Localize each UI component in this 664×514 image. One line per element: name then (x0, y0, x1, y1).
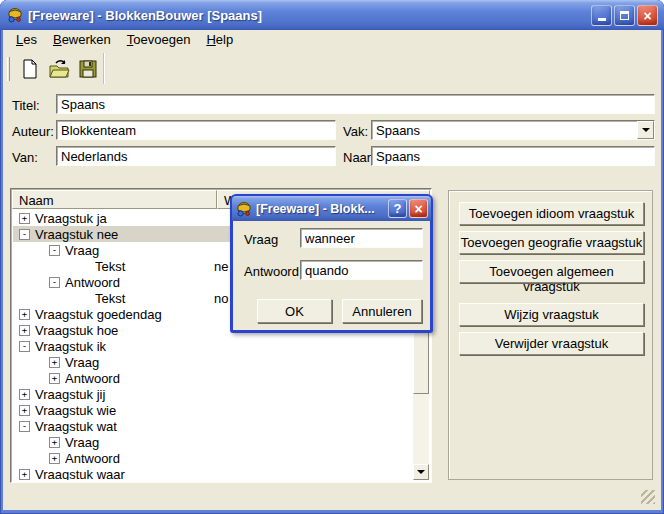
vak-combobox[interactable]: Spaans (371, 120, 655, 140)
tree-item-label: Vraagstuk wat (35, 419, 117, 434)
ok-button[interactable]: OK (257, 299, 332, 323)
expand-icon[interactable]: + (49, 357, 60, 368)
toevoegen-geografie-vraagstuk-button[interactable]: Toevoegen geografie vraagstuk (459, 231, 644, 254)
resize-grip[interactable] (641, 490, 655, 504)
naar-input[interactable] (371, 146, 655, 166)
toevoegen-idioom-vraagstuk-button[interactable]: Toevoegen idioom vraagstuk (459, 202, 644, 225)
tree-item-label: Vraagstuk ik (35, 339, 106, 354)
tree-item-label: Antwoord (65, 451, 120, 466)
window-title: [Freeware] - BlokkenBouwer [Spaans] (28, 8, 262, 23)
auteur-label: Auteur: (12, 124, 54, 139)
menu-item-toevoegen[interactable]: Toevoegen (119, 30, 199, 50)
dialog-help-button[interactable]: ? (388, 199, 407, 218)
expand-icon[interactable]: + (49, 453, 60, 464)
dialog-title-bar: [Freeware] - Blokk... ? × (232, 196, 431, 221)
toggle-spacer (79, 261, 90, 272)
minimize-icon (598, 18, 606, 21)
new-document-icon (19, 58, 41, 80)
expand-icon[interactable]: + (19, 309, 30, 320)
van-input[interactable] (56, 146, 336, 166)
dialog-app-icon (236, 201, 252, 217)
scroll-down-button[interactable] (413, 464, 429, 480)
close-icon: × (643, 9, 651, 23)
help-icon: ? (394, 202, 402, 215)
tree-row[interactable]: -Vraagstuk ik (13, 338, 413, 354)
tree-row[interactable]: +Vraag (13, 354, 413, 370)
verwijder-vraagstuk-button[interactable]: Verwijder vraagstuk (459, 332, 644, 355)
collapse-icon[interactable]: - (49, 245, 60, 256)
cancel-button[interactable]: Annuleren (342, 299, 422, 323)
expand-icon[interactable]: + (49, 373, 60, 384)
dialog-close-button[interactable]: × (409, 199, 428, 218)
window-controls: × (591, 5, 658, 26)
expand-icon[interactable]: + (19, 405, 30, 416)
auteur-input[interactable] (56, 120, 336, 140)
tree-row[interactable]: +Vraagstuk wie (13, 402, 413, 418)
tree-item-label: Vraagstuk goedendag (35, 307, 162, 322)
expand-icon[interactable]: + (19, 213, 30, 224)
toolbar-gripper[interactable] (7, 57, 10, 81)
tree-item-label: Vraagstuk wie (35, 403, 116, 418)
menu-item-help[interactable]: Help (198, 30, 241, 50)
collapse-icon[interactable]: - (19, 229, 30, 240)
tree-row[interactable]: +Antwoord (13, 450, 413, 466)
dialog-title: [Freeware] - Blokk... (256, 202, 375, 216)
tree-item-label: Vraag (65, 355, 99, 370)
tree-item-label: Tekst (95, 291, 125, 306)
vraag-input[interactable] (300, 228, 423, 248)
open-file-button[interactable] (44, 54, 73, 83)
actions-groupbox: Toevoegen idioom vraagstukToevoegen geog… (448, 190, 653, 480)
titel-input[interactable] (56, 94, 655, 114)
menu-item-bewerken[interactable]: Bewerken (45, 30, 119, 50)
toggle-spacer (79, 293, 90, 304)
tree-row[interactable]: -Vraagstuk wat (13, 418, 413, 434)
new-document-button[interactable] (15, 54, 44, 83)
collapse-icon[interactable]: - (19, 341, 30, 352)
tree-item-label: Antwoord (65, 275, 120, 290)
tree-item-label: Vraagstuk hoe (35, 323, 118, 338)
tree-row[interactable]: +Vraagstuk jij (13, 386, 413, 402)
close-button[interactable]: × (637, 5, 658, 26)
tree-item-label: Antwoord (65, 371, 120, 386)
dialog-body: Vraag Antwoord OK Annuleren (233, 221, 430, 329)
vak-dropdown-button[interactable] (637, 121, 654, 139)
app-window: [Freeware] - BlokkenBouwer [Spaans] × Le… (0, 0, 664, 514)
app-icon (7, 7, 23, 23)
tree-item-value: no (214, 291, 228, 306)
tree-item-label: Vraagstuk waar (35, 467, 125, 481)
tree-row[interactable]: +Antwoord (13, 370, 413, 386)
edit-question-dialog: [Freeware] - Blokk... ? × Vraag Antwoord… (230, 194, 433, 333)
title-bar: [Freeware] - BlokkenBouwer [Spaans] × (0, 0, 664, 30)
maximize-button[interactable] (614, 5, 635, 26)
tree-item-label: Vraagstuk jij (35, 387, 105, 402)
tree-item-label: Vraagstuk nee (35, 227, 118, 242)
dialog-close-icon: × (414, 202, 422, 216)
dialog-controls: ? × (388, 199, 428, 218)
tree-column-naam[interactable]: Naam (12, 190, 217, 209)
vak-label: Vak: (343, 124, 368, 139)
vak-combobox-value: Spaans (372, 121, 637, 139)
minimize-button[interactable] (591, 5, 612, 26)
vraag-label: Vraag (244, 232, 278, 247)
expand-icon[interactable]: + (19, 389, 30, 400)
tree-row[interactable]: +Vraagstuk waar (13, 466, 413, 480)
collapse-icon[interactable]: - (19, 421, 30, 432)
save-file-button[interactable] (73, 54, 102, 83)
tree-row[interactable]: +Vraag (13, 434, 413, 450)
expand-icon[interactable]: + (19, 469, 30, 480)
tree-item-label: Vraag (65, 243, 99, 258)
expand-icon[interactable]: + (19, 325, 30, 336)
tree-item-label: Vraag (65, 435, 99, 450)
expand-icon[interactable]: + (49, 437, 60, 448)
triangle-down-icon (417, 470, 425, 474)
van-label: Van: (12, 150, 38, 165)
tree-item-value: ne (214, 259, 228, 274)
antwoord-input[interactable] (300, 260, 423, 280)
toevoegen-algemeen-vraagstuk-button[interactable]: Toevoegen algemeen vraagstuk (459, 260, 644, 283)
collapse-icon[interactable]: - (49, 277, 60, 288)
toolbar (3, 50, 661, 87)
wijzig-vraagstuk-button[interactable]: Wijzig vraagstuk (459, 303, 644, 326)
open-folder-icon (48, 58, 70, 80)
menu-item-les[interactable]: Les (8, 30, 45, 50)
titel-label: Titel: (12, 98, 40, 113)
